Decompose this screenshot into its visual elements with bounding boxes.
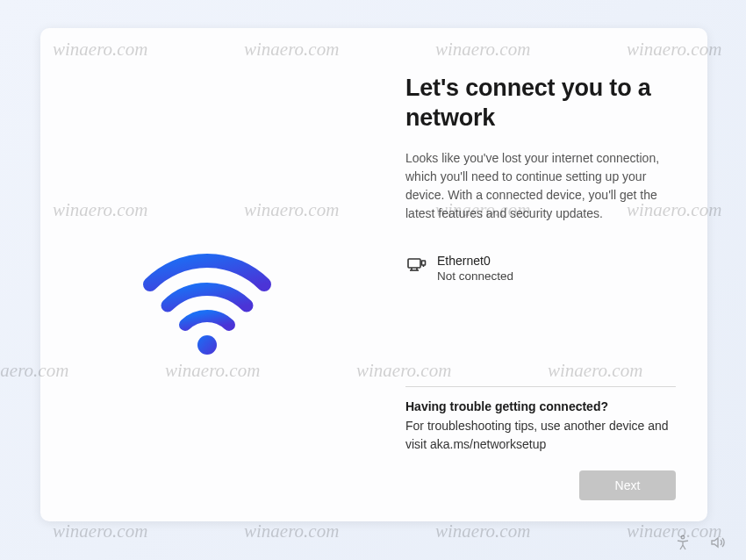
svg-point-7 (681, 535, 685, 539)
help-title: Having trouble getting connected? (405, 399, 676, 413)
network-text: Ethernet0 Not connected (437, 253, 513, 285)
illustration-pane (40, 28, 374, 521)
accessibility-icon[interactable] (674, 534, 692, 551)
ethernet-icon (405, 255, 427, 276)
watermark: winaero.com (244, 521, 339, 542)
tray-icons (674, 534, 727, 551)
content-pane: Let's connect you to a network Looks lik… (374, 28, 707, 521)
volume-icon[interactable] (709, 534, 727, 551)
help-section: Having trouble getting connected? For tr… (405, 386, 676, 453)
help-body: For troubleshooting tips, use another de… (405, 417, 676, 453)
watermark: winaero.com (435, 521, 530, 542)
wifi-icon (141, 242, 273, 360)
svg-rect-1 (408, 259, 420, 268)
setup-card: Let's connect you to a network Looks lik… (40, 28, 707, 521)
network-item-ethernet[interactable]: Ethernet0 Not connected (405, 248, 676, 291)
page-title: Let's connect you to a network (405, 74, 676, 133)
next-button[interactable]: Next (579, 470, 676, 500)
network-name: Ethernet0 (437, 253, 513, 269)
watermark: winaero.com (53, 521, 147, 542)
button-row: Next (405, 470, 676, 500)
network-status: Not connected (437, 269, 513, 284)
svg-point-0 (197, 335, 217, 355)
svg-rect-5 (422, 261, 426, 265)
page-subtitle: Looks like you've lost your internet con… (405, 149, 676, 223)
